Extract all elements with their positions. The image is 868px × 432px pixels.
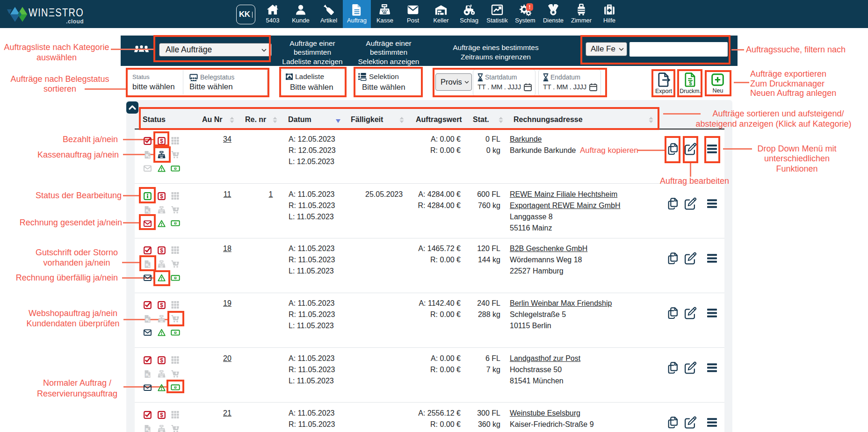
svg-text:0: 0 xyxy=(174,276,176,279)
svg-text:0: 0 xyxy=(174,331,176,334)
svg-text:$: $ xyxy=(160,193,163,199)
svg-text:$: $ xyxy=(160,302,163,309)
svg-text:0: 0 xyxy=(174,222,176,224)
svg-text:x: x xyxy=(148,429,150,432)
svg-text:$: $ xyxy=(160,247,163,254)
svg-text:$: $ xyxy=(160,411,163,418)
svg-text:x: x xyxy=(148,374,150,378)
svg-text:x: x xyxy=(148,210,150,214)
svg-text:$: $ xyxy=(160,357,163,363)
svg-text:x: x xyxy=(148,319,150,323)
svg-text:x: x xyxy=(148,155,150,158)
svg-text:0: 0 xyxy=(174,167,176,170)
